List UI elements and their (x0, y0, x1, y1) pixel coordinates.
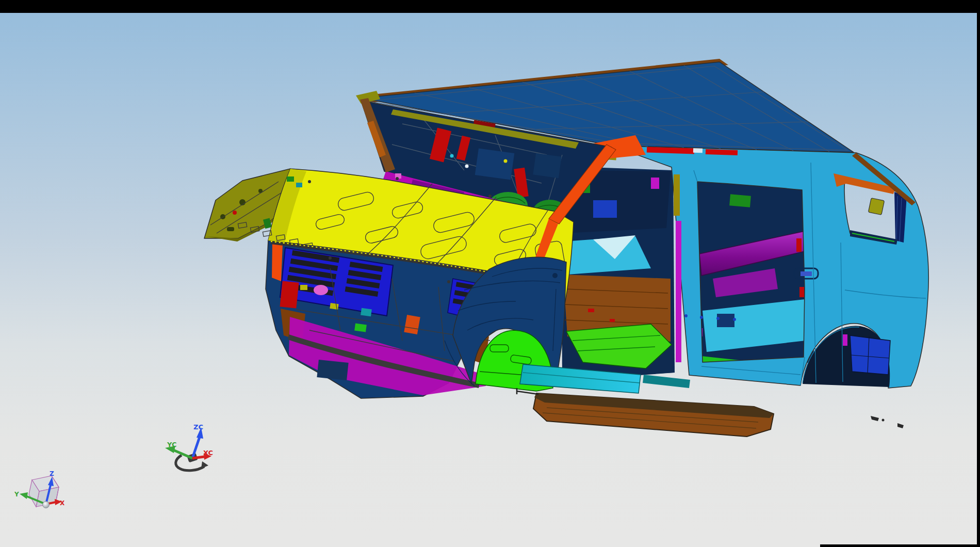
dash-blue-box (593, 200, 617, 218)
window-olive-bracket (868, 198, 884, 215)
cowl-corner-teal (296, 183, 302, 187)
speck-white (465, 165, 469, 168)
wcs-z-label: ZC (193, 423, 203, 431)
cowl-corner-green (287, 176, 294, 182)
datum-x-label: X (60, 500, 65, 507)
bpillar-magenta-strip (676, 221, 681, 362)
arch-magenta-sliver (843, 334, 847, 346)
rear-red-sliver (796, 238, 802, 252)
wcs-triad[interactable]: ZC YC XC (165, 423, 213, 471)
wheelhouse-box[interactable] (850, 335, 890, 375)
ip-blue-box (475, 148, 515, 180)
application-window: ZC YC XC Z Y X (0, 0, 980, 547)
clip-yellow-bit2 (330, 303, 338, 310)
clip-lower-box (317, 360, 348, 380)
rear-floor-box (717, 314, 734, 327)
bpillar-olive-strip (674, 174, 680, 216)
clip-teal-bit (361, 308, 372, 317)
wcs-y-axis[interactable] (173, 450, 192, 458)
wing-red-dot (233, 211, 237, 215)
door-handle (801, 271, 812, 276)
datum-y-arrowhead (20, 492, 28, 499)
speck-yellow (504, 159, 508, 163)
scene-svg: ZC YC XC Z Y X (0, 0, 980, 547)
datum-z-label: Z (50, 470, 54, 477)
floor-red-bit2 (610, 319, 615, 322)
datum-csys[interactable]: Z Y X (14, 470, 65, 508)
stray-geometry (871, 416, 904, 428)
dash-magenta-part (651, 178, 659, 189)
wcs-x-axis[interactable] (192, 457, 204, 458)
fender-hole (552, 273, 558, 278)
rear-door-interior[interactable] (694, 173, 814, 372)
rear-red-sliver2 (799, 287, 804, 297)
wcs-y-label: YC (167, 441, 177, 448)
floor-red-bit (588, 309, 594, 312)
datum-origin-sphere[interactable] (43, 502, 50, 508)
clip-yellow-bit (300, 285, 307, 290)
rocker-teal-strip (643, 375, 690, 388)
clip-orange-strip (272, 243, 283, 281)
clip-red-patch (280, 281, 299, 308)
rear-green-part (729, 194, 751, 207)
clip-pink-blob (314, 285, 328, 295)
wcs-x-label: XC (203, 449, 213, 457)
datum-y-label: Y (14, 491, 19, 498)
speck-cyan (450, 154, 454, 158)
car-body-model[interactable] (204, 59, 928, 437)
ip-blue-box2 (533, 153, 561, 179)
